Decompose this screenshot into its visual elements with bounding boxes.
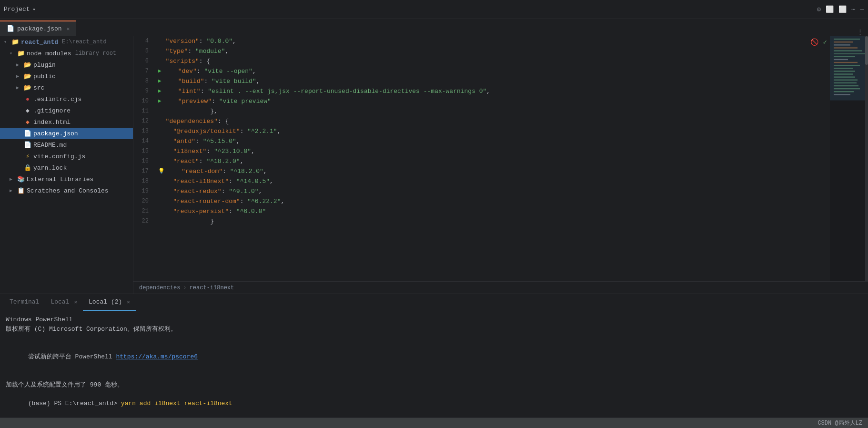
sidebar: ▾ 📁 react_antd E:\react_antd ▾ 📁 node_mo… (0, 36, 133, 294)
expand-chevron-icon: ▶ (10, 176, 15, 182)
tree-item-label: node_modules (27, 50, 71, 57)
folder-icon: 📁 (17, 50, 25, 57)
expand-chevron-icon: ▶ (10, 188, 15, 194)
terminal-tab-close-icon[interactable]: ✕ (127, 299, 130, 305)
tree-item-label: public (33, 73, 56, 80)
main-area: ▾ 📁 react_antd E:\react_antd ▾ 📁 node_mo… (0, 36, 868, 294)
sidebar-item-eslintrc[interactable]: ● .eslintrc.cjs (0, 93, 133, 105)
code-line-13: "@reduxjs/toolkit": "^2.2.1", (158, 126, 830, 136)
expand-chevron-icon: ▾ (10, 51, 15, 56)
sidebar-item-plugin[interactable]: ▶ 📂 plugin (0, 59, 133, 71)
minimap (830, 36, 868, 281)
sidebar-item-index-html[interactable]: ◆ index.html (0, 116, 133, 128)
code-line-6: "scripts": { (158, 56, 830, 66)
breadcrumb-separator-icon: › (183, 285, 186, 291)
terminal-tab-label: Local (50, 298, 69, 306)
terminal-tab-label: Local (2) (89, 298, 122, 306)
tree-item-label: react_antd (21, 39, 58, 46)
restore-icon[interactable]: ⬜ (838, 5, 847, 13)
status-bar: CSDN @局外人LZ (0, 418, 868, 428)
expand-chevron-icon: ▾ (4, 39, 10, 45)
editor-toolbar: 🚫 ✓ (810, 38, 827, 46)
status-bar-text: CSDN @局外人LZ (818, 419, 862, 427)
title-bar-left: Project ▾ (4, 6, 137, 13)
svg-rect-21 (830, 36, 868, 101)
file-icon: ◆ (24, 118, 31, 126)
project-chevron-icon: ▾ (33, 7, 36, 12)
sidebar-item-src[interactable]: ▶ 📂 src (0, 82, 133, 93)
folder-icon: 📁 (11, 38, 19, 46)
tab-more-icon[interactable]: ⋮ (857, 28, 868, 36)
file-icon: 📄 (24, 141, 31, 149)
tab-package-json[interactable]: 📄 package.json ✕ (0, 20, 76, 36)
expand-chevron-icon: ▶ (16, 62, 22, 68)
tree-item-label: .gitignore (33, 107, 71, 114)
sidebar-item-external-libraries[interactable]: ▶ 📚 External Libraries (0, 173, 133, 185)
title-bar: Project ▾ ⚙ ⬜ ⬜ ⋯ — (0, 0, 868, 19)
check-icon[interactable]: ✓ (823, 38, 827, 46)
code-line-8: ▶ "build": "vite build", (158, 76, 830, 86)
file-icon: ◆ (24, 107, 31, 114)
pscore6-link[interactable]: https://aka.ms/pscore6 (116, 353, 198, 360)
sidebar-item-package-json[interactable]: 📄 package.json (0, 128, 133, 139)
code-line-18: "react-i18next": "^14.0.5", (158, 176, 830, 186)
terminal-line-blank1 (6, 334, 862, 343)
tree-item-label: src (33, 84, 44, 92)
code-line-7: ▶ "dev": "vite --open", (158, 66, 830, 76)
terminal-line-blank2 (6, 371, 862, 380)
tree-item-sublabel: E:\react_antd (62, 39, 107, 45)
terminal-tab-local1[interactable]: Local ✕ (45, 294, 83, 311)
code-line-20: "react-router-dom": "^6.22.2", (158, 196, 830, 206)
editor-area: 4 5 6 7 8 9 10 11 12 13 14 15 16 17 18 1… (133, 36, 868, 294)
settings-icon[interactable]: ⚙ (817, 5, 821, 13)
tab-file-icon: 📄 (7, 25, 14, 32)
tab-bar: 📄 package.json ✕ ⋮ (0, 19, 868, 36)
maximize-icon[interactable]: ⬜ (826, 5, 834, 13)
minimap-svg (830, 36, 868, 281)
code-editor[interactable]: 4 5 6 7 8 9 10 11 12 13 14 15 16 17 18 1… (133, 36, 830, 281)
terminal-tab-local2[interactable]: Local (2) ✕ (83, 294, 136, 311)
sidebar-item-yarn-lock[interactable]: 🔒 yarn.lock (0, 162, 133, 173)
code-content: "version": "0.0.0", "type": "module", "s… (152, 36, 830, 281)
sidebar-item-readme[interactable]: 📄 README.md (0, 139, 133, 151)
code-line-11: }, (158, 106, 830, 116)
minimize-icon[interactable]: — (860, 5, 864, 13)
more-icon[interactable]: ⋯ (851, 5, 855, 13)
terminal-line-load: 加载个人及系统配置文件用了 990 毫秒。 (6, 380, 862, 390)
sidebar-item-vite-config[interactable]: ⚡ vite.config.js (0, 151, 133, 162)
file-icon: ⚡ (24, 153, 31, 160)
sidebar-item-react_antd[interactable]: ▾ 📁 react_antd E:\react_antd (0, 36, 133, 48)
code-line-16: "react": "^18.2.0", (158, 156, 830, 166)
terminal-content[interactable]: Windows PowerShell 版权所有 (C) Microsoft Co… (0, 311, 868, 418)
tree-item-label: package.json (33, 130, 78, 137)
folder-icon: 📂 (24, 72, 31, 80)
expand-chevron-icon: ▶ (16, 73, 22, 79)
sidebar-item-scratches[interactable]: ▶ 📋 Scratches and Consoles (0, 185, 133, 196)
code-line-12: "dependencies": { (158, 116, 830, 126)
tree-item-label: External Libraries (27, 176, 93, 183)
code-line-19: "react-redux": "^9.1.0", (158, 186, 830, 196)
code-line-5: "type": "module", (158, 46, 830, 56)
tree-item-label: vite.config.js (33, 153, 85, 160)
code-line-9: ▶ "lint": "eslint . --ext js,jsx --repor… (158, 86, 830, 96)
code-line-4: "version": "0.0.0", (158, 36, 830, 46)
tree-item-label: plugin (33, 61, 56, 69)
breadcrumb-item-react-i18next[interactable]: react-i18next (190, 285, 234, 291)
tab-close-icon[interactable]: ✕ (67, 26, 70, 32)
tree-item-label: README.md (33, 142, 67, 149)
project-label[interactable]: Project (4, 6, 30, 13)
tree-item-label: yarn.lock (33, 164, 67, 172)
terminal-line-1: Windows PowerShell (6, 315, 862, 325)
code-line-14: "antd": "^5.15.0", (158, 136, 830, 146)
code-line-17: 💡 "react-dom": "^18.2.0", (158, 166, 830, 176)
terminal-tabs: Terminal Local ✕ Local (2) ✕ (0, 294, 868, 311)
code-line-22: } (158, 216, 830, 226)
breadcrumb-item-dependencies[interactable]: dependencies (139, 285, 180, 291)
sidebar-item-public[interactable]: ▶ 📂 public (0, 71, 133, 82)
terminal-tab-close-icon[interactable]: ✕ (74, 299, 77, 305)
eye-off-icon[interactable]: 🚫 (810, 38, 818, 46)
sidebar-item-node_modules[interactable]: ▾ 📁 node_modules library root (0, 48, 133, 59)
terminal-tab-terminal[interactable]: Terminal (4, 294, 45, 311)
sidebar-item-gitignore[interactable]: ◆ .gitignore (0, 105, 133, 116)
scratches-icon: 📋 (17, 187, 25, 194)
